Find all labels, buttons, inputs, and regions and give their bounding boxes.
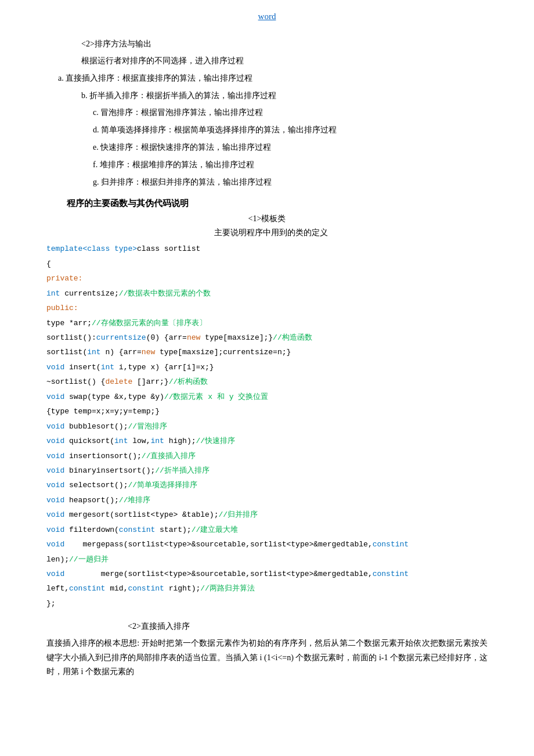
code-line-9: void insert(int i,type x) {arr[i]=x;} (46, 361, 488, 373)
sort-item-d: d. 简单项选择择排序：根据简单项选择择排序的算法，输出排序过程 (93, 123, 488, 137)
code-line-13: void bubblesort();//冒泡排序 (46, 420, 488, 433)
code-line-6: type *arr;//存储数据元素的向量〔排序表〕 (46, 317, 488, 329)
code-line-23: void merge(sortlist<type>&sourcetable,so… (46, 568, 488, 580)
main-functions-section: 程序的主要函数与其伪代码说明 <1>模板类 主要说明程序中用到的类的定义 tem… (46, 198, 488, 610)
code-line-11: void swap(type &x,type &y)//数据元素 x 和 y 交… (46, 391, 488, 403)
code-line-14: void quicksort(int low,int high);//快速排序 (46, 435, 488, 447)
template-class-desc: 主要说明程序中用到的类的定义 (46, 228, 488, 238)
code-line-15: void insertionsort();//直接插入排序 (46, 450, 488, 462)
code-line-20: void filterdown(constint start);//建立最大堆 (46, 524, 488, 536)
sort-methods-section: <2>排序方法与输出 根据运行者对排序的不同选择，进入排序过程 a. 直接插入排… (46, 39, 488, 189)
sort-item-a: a. 直接插入排序：根据直接排序的算法，输出排序过程 (58, 71, 488, 85)
code-line-22: len);//一趟归并 (46, 553, 488, 566)
template-class-heading: <1>模板类 (46, 214, 488, 224)
code-line-18: void heapsort();//堆排序 (46, 494, 488, 506)
sort-intro: 根据运行者对排序的不同选择，进入排序过程 (81, 54, 488, 68)
sort-item-g: g. 归并排序：根据归并排序的算法，输出排序过程 (93, 175, 488, 189)
direct-insert-heading: <2>直接插入排序 (128, 621, 488, 632)
code-line-24: left,constint mid,constint right);//两路归并… (46, 582, 488, 595)
code-line-17: void selectsort();//简单项选择择排序 (46, 479, 488, 491)
page-title: word (46, 12, 488, 21)
code-line-10: ~sortlist() {delete []arr;}//析构函数 (46, 376, 488, 388)
code-line-8: sortlist(int n) {arr=new type[maxsize];c… (46, 346, 488, 358)
code-line-25: }; (46, 597, 488, 610)
code-line-5: public: (46, 302, 488, 314)
code-line-2: { (46, 258, 488, 270)
sort-methods-heading: <2>排序方法与输出 (81, 39, 488, 49)
sort-item-f: f. 堆排序：根据堆排序的算法，输出排序过程 (93, 158, 488, 172)
sort-item-b: b. 折半插入排序：根据折半插入的算法，输出排序过程 (81, 89, 488, 103)
code-section: template<class type>class sortlist { pri… (46, 243, 488, 610)
code-line-7: sortlist():currentsize(0) {arr=new type[… (46, 332, 488, 344)
sort-item-c: c. 冒泡排序：根据冒泡排序算法，输出排序过程 (93, 106, 488, 120)
direct-insert-section: <2>直接插入排序 直接插入排序的根本思想: 开始时把第一个数据元素作为初始的有… (46, 621, 488, 679)
sort-item-e: e. 快速排序：根据快速排序的算法，输出排序过程 (93, 141, 488, 154)
code-line-16: void binaryinsertsort();//折半插入排序 (46, 465, 488, 477)
code-line-19: void mergesort(sortlist<type> &table);//… (46, 509, 488, 521)
main-functions-heading: 程序的主要函数与其伪代码说明 (58, 198, 488, 209)
direct-insert-text: 直接插入排序的根本思想: 开始时把第一个数据元素作为初始的有序序列，然后从第二个… (46, 636, 488, 679)
code-line-1: template<class type>class sortlist (46, 243, 488, 255)
code-line-4: int currentsize;//数据表中数据元素的个数 (46, 287, 488, 300)
code-line-21: void mergepass(sortlist<type>&sourcetabl… (46, 538, 488, 550)
code-line-3: private: (46, 272, 488, 285)
code-line-12: {type temp=x;x=y;y=temp;} (46, 405, 488, 417)
